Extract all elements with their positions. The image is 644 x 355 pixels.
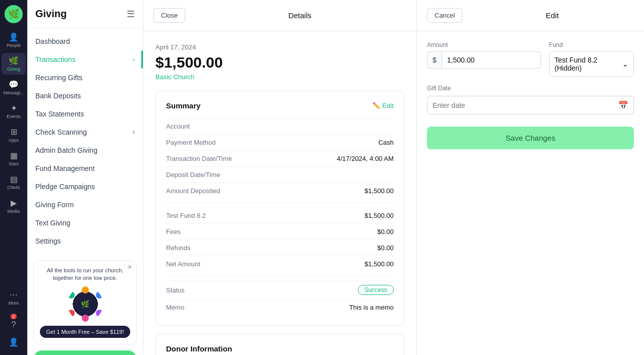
sidebar-item-text-giving[interactable]: Text Giving [27,214,143,232]
help-badge: 2 [11,314,17,319]
sidebar-item-check-scanning-wrapper: Check Scanning › [27,123,143,141]
sidebar-item-tax-statements[interactable]: Tax Statements [27,105,143,123]
summary-label-fees: Fees [166,228,181,235]
main-content: Close Details April 17, 2024 $1,500.00 B… [143,0,644,355]
nav-item-events[interactable]: ✦ Events [2,100,26,122]
nav-item-more[interactable]: ⋯ More [2,287,26,309]
edit-panel-title: Edit [470,11,634,20]
summary-row-account: Account [166,118,394,134]
status-badge: Success [358,285,394,295]
summary-value-payment-method: Cash [379,139,394,146]
amount-input[interactable] [442,52,541,68]
summary-header: Summary ✏️ Edit [166,101,394,110]
nav-item-giving[interactable]: 🌿 Giving [2,53,26,75]
gift-date-input[interactable] [433,101,618,109]
chms-icon: ▤ [10,174,18,184]
promo-close-button[interactable]: ✕ [127,264,132,271]
edit-amount-fund-row: Amount $ Fund Test Fund 8.2 (Hidden) ⌄ [427,41,634,77]
cancel-button[interactable]: Cancel [427,8,462,23]
sidebar-item-fund-management[interactable]: Fund Management [27,159,143,178]
save-changes-button[interactable]: Save Changes [427,127,634,149]
summary-label-deposit-date: Deposit Date/Time [166,171,220,179]
donor-title: Donor Information [166,344,394,353]
sidebar-item-recurring-gifts[interactable]: Recurring Gifts [27,69,143,87]
back-to-tithe-button[interactable]: Back to Tithe.ly 1.0 [33,350,137,355]
summary-label-status: Status [166,286,185,294]
nav-item-people[interactable]: 👤 People [2,29,26,51]
amount-prefix: $ [427,52,442,68]
nav-item-sites-label: Sites [9,161,19,166]
nav-item-help[interactable]: 2 ? [2,311,26,332]
summary-value-transaction-date: 4/17/2024, 4:00 AM [337,155,394,162]
edit-gift-date-field: Gift Date [427,85,634,92]
summary-row-memo: Memo This is a memo [166,299,394,315]
nav-item-events-label: Events [7,114,21,119]
sidebar-item-admin-batch-giving-wrapper: Admin Batch Giving [27,141,143,159]
transaction-date: April 17, 2024 [155,43,404,51]
sidebar-item-transactions-label: Transactions [35,55,76,64]
sidebar-item-tax-statements-label: Tax Statements [35,110,84,118]
sidebar-item-giving-form-label: Giving Form [35,201,74,209]
summary-value-memo: This is a memo [349,304,394,311]
sidebar-item-pledge-campaigns-wrapper: Pledge Campaigns [27,178,143,196]
nav-item-sites[interactable]: ▦ Sites [2,148,26,169]
sidebar-nav: Dashboard Transactions › Recurring Gifts… [27,28,143,254]
nav-item-giving-label: Giving [7,67,20,72]
gift-date-input-wrapper: 📅 [427,96,634,114]
summary-value-refunds: $0.00 [377,244,394,252]
summary-label-payment-method: Payment Method [166,139,216,146]
summary-label-test-fund: Test Fund 8.2 [166,212,206,219]
nav-item-messaging[interactable]: 💬 Messagi... [2,77,26,98]
sidebar-item-admin-batch-giving[interactable]: Admin Batch Giving [27,141,143,159]
sidebar-item-dashboard-wrapper: Dashboard [27,32,143,50]
nav-item-apps[interactable]: ⊞ Apps [2,124,26,146]
edit-body: Amount $ Fund Test Fund 8.2 (Hidden) ⌄ G… [417,31,644,355]
fund-label: Fund [549,41,634,48]
summary-edit-link[interactable]: ✏️ Edit [372,102,394,109]
help-icon: ? [12,320,16,329]
sidebar: Giving ☰ Dashboard Transactions › Recurr… [27,0,143,355]
summary-row-test-fund: Test Fund 8.2 $1,500.00 [166,207,394,223]
sidebar-item-dashboard[interactable]: Dashboard [27,32,143,50]
amount-label: Amount [427,41,541,48]
summary-label-memo: Memo [166,304,184,311]
promo-button[interactable]: Get 1 Month Free – Save $119! [40,326,130,338]
sidebar-item-settings[interactable]: Settings [27,232,143,250]
sidebar-item-recurring-gifts-label: Recurring Gifts [35,74,82,82]
sidebar-item-text-giving-wrapper: Text Giving [27,214,143,232]
giving-icon: 🌿 [9,56,19,66]
nav-item-chms[interactable]: ▤ ChMS [2,171,26,193]
summary-card: Summary ✏️ Edit Account Payment Method C… [155,91,404,326]
nav-item-media-label: Media [8,209,20,214]
gift-date-label: Gift Date [427,85,634,92]
summary-row-fees: Fees $0.00 [166,223,394,240]
sidebar-item-giving-form[interactable]: Giving Form [27,196,143,214]
nav-item-messaging-label: Messagi... [4,90,24,95]
promo-card: ✕ All the tools to run your church, toge… [33,260,137,344]
summary-value-test-fund: $1,500.00 [364,212,394,219]
summary-label-amount-deposited: Amount Deposited [166,187,220,195]
transactions-chevron-icon: › [133,56,135,63]
sidebar-item-transactions[interactable]: Transactions › [27,50,143,69]
app-logo[interactable]: 🌿 [5,5,23,23]
sidebar-item-pledge-campaigns[interactable]: Pledge Campaigns [27,178,143,196]
calendar-icon: 📅 [618,100,628,110]
nav-item-more-label: More [9,301,19,306]
edit-panel: Cancel Edit Amount $ Fund Test Fund 8.2 … [417,0,644,355]
hamburger-icon[interactable]: ☰ [127,9,135,20]
summary-label-account: Account [166,123,190,130]
nav-bar: 🌿 👤 People 🌿 Giving 💬 Messagi... ✦ Event… [0,0,27,355]
summary-row-status: Status Success [166,280,394,299]
sidebar-item-settings-label: Settings [35,237,61,245]
nav-item-profile[interactable]: 👤 [2,334,26,350]
sites-icon: ▦ [10,151,18,160]
summary-row-amount-deposited: Amount Deposited $1,500.00 [166,183,394,199]
nav-item-media[interactable]: ▶ Media [2,195,26,217]
close-button[interactable]: Close [153,8,185,23]
apps-icon: ⊞ [11,127,17,137]
messaging-icon: 💬 [9,80,19,89]
sidebar-item-bank-deposits[interactable]: Bank Deposits [27,87,143,105]
active-indicator [141,50,143,69]
sidebar-item-check-scanning[interactable]: Check Scanning › [27,123,143,141]
fund-select[interactable]: Test Fund 8.2 (Hidden) ⌄ [549,51,634,77]
